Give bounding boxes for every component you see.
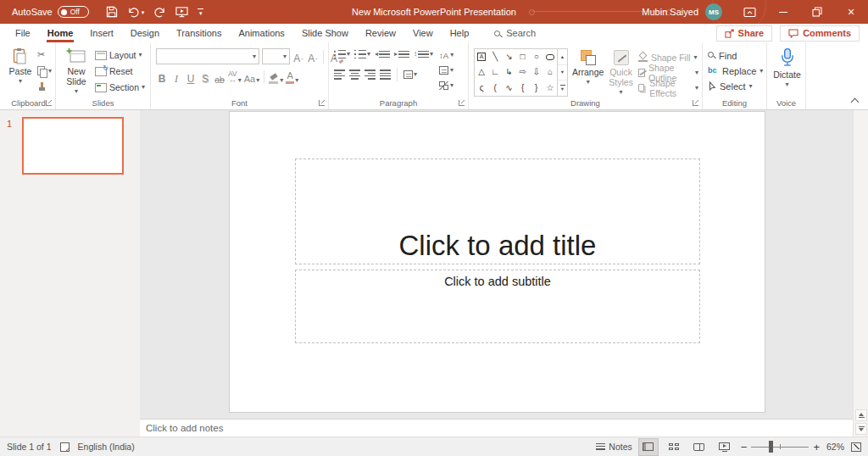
font-color-button[interactable]: A▾ xyxy=(286,70,298,84)
gallery-scroll-down-button[interactable]: ▾ xyxy=(558,65,567,81)
layout-button[interactable]: Layout▾ xyxy=(95,48,145,62)
tab-file[interactable]: File xyxy=(7,24,39,42)
shape-rounded-rectangle[interactable] xyxy=(543,49,557,64)
strikethrough-button[interactable]: ab xyxy=(214,70,225,84)
format-painter-button[interactable] xyxy=(37,81,52,93)
columns-button[interactable]: ▾ xyxy=(403,69,417,81)
section-button[interactable]: Section▾ xyxy=(95,81,145,94)
shape-curve[interactable]: ς xyxy=(475,81,488,96)
font-name-caret[interactable]: ▾ xyxy=(253,53,256,60)
paste-button[interactable]: Paste ▾ xyxy=(7,46,34,97)
underline-button[interactable]: U xyxy=(185,70,197,84)
autosave-toggle[interactable]: AutoSave Off xyxy=(12,6,89,18)
line-spacing-button[interactable]: ↕▾ xyxy=(414,48,433,60)
notes-pane[interactable]: Click to add notes xyxy=(140,419,853,437)
font-name-combo[interactable]: ▾ xyxy=(156,48,259,64)
drawing-dialog-launcher-icon[interactable] xyxy=(693,100,698,106)
gallery-scroll-up-button[interactable]: ▴ xyxy=(558,49,567,65)
fit-slide-to-window-button[interactable] xyxy=(851,442,861,452)
justify-button[interactable] xyxy=(380,69,391,81)
select-button[interactable]: Select▾ xyxy=(708,80,763,92)
align-center-button[interactable] xyxy=(349,69,360,81)
paragraph-dialog-launcher-icon[interactable] xyxy=(459,100,465,106)
vertical-scrollbar[interactable] xyxy=(853,110,868,437)
undo-caret[interactable]: ▾ xyxy=(142,9,145,15)
reset-button[interactable]: Reset xyxy=(95,64,145,78)
shape-elbow-connector[interactable]: ∟ xyxy=(488,64,502,80)
dictate-button[interactable]: Dictate ▾ xyxy=(772,46,802,97)
zoom-level[interactable]: 62% xyxy=(826,442,844,452)
normal-view-button[interactable] xyxy=(639,439,658,455)
title-placeholder[interactable]: Click to add title xyxy=(295,158,700,264)
replace-button[interactable]: bcReplace▾ xyxy=(708,64,763,77)
search-box[interactable]: Search xyxy=(494,24,536,42)
account-button[interactable]: Mubin Saiyed MS xyxy=(642,3,722,20)
customize-qat-button[interactable]: ▾ xyxy=(198,8,203,16)
save-button[interactable] xyxy=(106,6,118,18)
font-dialog-launcher-icon[interactable] xyxy=(319,100,325,106)
increase-font-size-button[interactable]: Aˆ xyxy=(292,50,304,64)
zoom-out-button[interactable]: − xyxy=(741,442,748,453)
tab-slide-show[interactable]: Slide Show xyxy=(293,24,357,42)
autosave-switch[interactable]: Off xyxy=(58,6,89,18)
shape-effects-button[interactable]: Shape Effects▾ xyxy=(638,81,698,94)
arrange-button[interactable]: Arrange ▾ xyxy=(572,48,604,97)
find-button[interactable]: Find xyxy=(708,49,763,62)
gallery-more-button[interactable]: ▾ xyxy=(558,81,567,96)
text-shadow-button[interactable]: S xyxy=(199,70,211,84)
tab-view[interactable]: View xyxy=(404,24,442,42)
shape-arc[interactable]: ( xyxy=(488,81,502,96)
close-button[interactable]: × xyxy=(834,0,868,24)
tab-home[interactable]: Home xyxy=(39,24,82,42)
notes-placeholder[interactable]: Click to add notes xyxy=(146,423,223,433)
zoom-slider-thumb[interactable] xyxy=(769,441,773,453)
font-size-combo[interactable]: ▾ xyxy=(262,48,290,64)
shape-textbox[interactable]: A xyxy=(475,49,488,64)
shape-down-arrow[interactable]: ⇩ xyxy=(530,64,543,80)
redo-button[interactable] xyxy=(153,7,166,18)
italic-button[interactable]: I xyxy=(170,70,182,84)
tab-review[interactable]: Review xyxy=(357,24,404,42)
collapse-ribbon-icon[interactable] xyxy=(851,98,859,103)
shape-right-arrow[interactable]: ⇨ xyxy=(515,64,529,80)
slide-sorter-view-button[interactable] xyxy=(665,439,683,455)
slideshow-view-button[interactable] xyxy=(715,439,734,455)
quick-styles-button[interactable]: Quick Styles ▾ xyxy=(608,48,634,97)
font-size-caret[interactable]: ▾ xyxy=(283,53,287,60)
slide-thumbnail[interactable] xyxy=(22,117,124,175)
numbering-button[interactable]: ▾ xyxy=(354,48,370,60)
shape-rectangle[interactable]: □ xyxy=(515,49,529,64)
highlight-color-button[interactable]: ▾ xyxy=(269,70,283,84)
cut-button[interactable]: ✂ xyxy=(37,48,52,61)
shape-star[interactable]: ☆ xyxy=(543,81,557,96)
align-text-button[interactable]: ▾ xyxy=(439,64,453,76)
spell-check-icon[interactable] xyxy=(60,442,70,452)
zoom-slider[interactable] xyxy=(751,447,809,448)
tab-design[interactable]: Design xyxy=(122,24,168,42)
language-indicator[interactable]: English (India) xyxy=(78,442,135,452)
start-slideshow-button[interactable] xyxy=(175,6,188,18)
avatar[interactable]: MS xyxy=(705,3,722,20)
ribbon-display-options-button[interactable] xyxy=(732,0,766,24)
new-slide-button[interactable]: New Slide ▾ xyxy=(61,46,92,97)
next-slide-button[interactable] xyxy=(855,423,867,435)
shape-brace-left[interactable]: { xyxy=(515,81,529,96)
copy-button[interactable]: ▾ xyxy=(37,64,52,77)
minimize-button[interactable] xyxy=(766,0,800,24)
align-right-button[interactable] xyxy=(364,69,376,81)
shape-brace-right[interactable]: } xyxy=(530,81,543,96)
bold-button[interactable]: B xyxy=(156,70,168,84)
notes-toggle-button[interactable]: Notes xyxy=(596,442,632,452)
clipboard-dialog-launcher-icon[interactable] xyxy=(46,100,52,106)
shape-triangle[interactable]: △ xyxy=(475,64,488,80)
previous-slide-button[interactable] xyxy=(855,409,867,421)
align-left-button[interactable] xyxy=(334,69,345,81)
shape-arrow-line[interactable]: ↘ xyxy=(502,49,515,64)
increase-indent-button[interactable]: ▸ xyxy=(394,48,409,60)
tab-insert[interactable]: Insert xyxy=(81,24,122,42)
shape-freeform[interactable]: ∿ xyxy=(502,81,515,96)
undo-button[interactable]: ▾ xyxy=(127,7,145,18)
decrease-indent-button[interactable]: ◂ xyxy=(375,48,390,60)
tab-transitions[interactable]: Transitions xyxy=(168,24,230,42)
change-case-button[interactable]: Aa▾ xyxy=(244,70,259,84)
